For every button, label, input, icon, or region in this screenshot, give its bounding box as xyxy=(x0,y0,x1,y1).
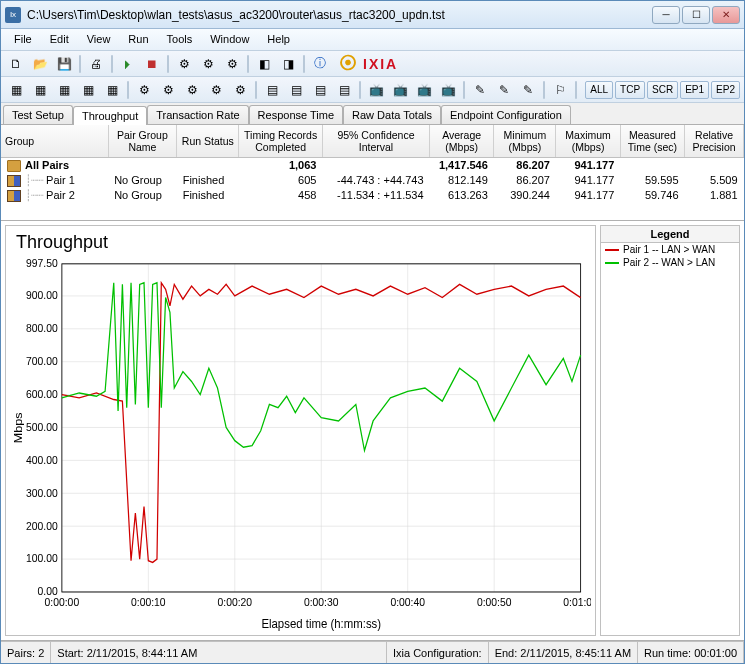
menu-view[interactable]: View xyxy=(78,29,120,50)
separator xyxy=(167,55,169,73)
filter-all-button[interactable]: ALL xyxy=(585,81,613,99)
app-icon: Ix xyxy=(5,7,21,23)
save-icon[interactable]: 💾 xyxy=(53,54,75,74)
tool-icon[interactable]: ✎ xyxy=(493,80,515,100)
tool-icon[interactable]: ▦ xyxy=(101,80,123,100)
menu-window[interactable]: Window xyxy=(201,29,258,50)
tool-icon[interactable]: 📺 xyxy=(389,80,411,100)
tool-icon[interactable]: ▤ xyxy=(261,80,283,100)
run-icon[interactable]: ⏵ xyxy=(117,54,139,74)
menu-run[interactable]: Run xyxy=(119,29,157,50)
separator xyxy=(543,81,545,99)
menu-edit[interactable]: Edit xyxy=(41,29,78,50)
col-relative-precision[interactable]: Relative Precision xyxy=(685,125,744,157)
svg-text:600.00: 600.00 xyxy=(26,388,58,401)
title-bar: Ix C:\Users\Tim\Desktop\wlan_tests\asus_… xyxy=(1,1,744,29)
folder-icon xyxy=(7,160,21,172)
tool-icon[interactable]: ⚙ xyxy=(157,80,179,100)
col-confidence[interactable]: 95% Confidence Interval xyxy=(322,125,429,157)
tool-icon[interactable]: ✎ xyxy=(469,80,491,100)
tab-raw-data-totals[interactable]: Raw Data Totals xyxy=(343,105,441,124)
info-icon[interactable]: ⓘ xyxy=(309,54,331,74)
new-icon[interactable]: 🗋 xyxy=(5,54,27,74)
tool-icon[interactable]: ▦ xyxy=(77,80,99,100)
col-run-status[interactable]: Run Status xyxy=(177,125,239,157)
filter-ep1-button[interactable]: EP1 xyxy=(680,81,709,99)
svg-text:0:01:00: 0:01:00 xyxy=(563,595,591,608)
col-pair-group[interactable]: Pair Group Name xyxy=(108,125,177,157)
svg-text:0:00:20: 0:00:20 xyxy=(218,595,253,608)
filter-ep2-button[interactable]: EP2 xyxy=(711,81,740,99)
tool-icon[interactable]: ⚙ xyxy=(229,80,251,100)
svg-text:0:00:10: 0:00:10 xyxy=(131,595,166,608)
legend-panel: Legend Pair 1 -- LAN > WAN Pair 2 -- WAN… xyxy=(600,225,740,636)
stop-icon[interactable]: ⏹ xyxy=(141,54,163,74)
status-runtime: Run time: 00:01:00 xyxy=(638,642,744,663)
tool-icon[interactable]: 📺 xyxy=(413,80,435,100)
tool-icon[interactable]: ⚙ xyxy=(133,80,155,100)
tool-icon[interactable]: ⚙ xyxy=(197,54,219,74)
toolbar-main: 🗋 📂 💾 🖨 ⏵ ⏹ ⚙ ⚙ ⚙ ◧ ◨ ⓘ ⦿IXIA xyxy=(1,51,744,77)
results-table: Group Pair Group Name Run Status Timing … xyxy=(1,125,744,203)
legend-item[interactable]: Pair 1 -- LAN > WAN xyxy=(601,243,739,256)
tool-icon[interactable]: ⚙ xyxy=(221,54,243,74)
tool-icon[interactable]: ▦ xyxy=(29,80,51,100)
svg-text:900.00: 900.00 xyxy=(26,289,58,302)
tab-test-setup[interactable]: Test Setup xyxy=(3,105,73,124)
tab-endpoint-config[interactable]: Endpoint Configuration xyxy=(441,105,571,124)
svg-text:500.00: 500.00 xyxy=(26,420,58,433)
status-bar: Pairs: 2 Start: 2/11/2015, 8:44:11 AM Ix… xyxy=(1,641,744,663)
tool-icon[interactable]: ▦ xyxy=(5,80,27,100)
tool-icon[interactable]: ⚙ xyxy=(205,80,227,100)
tool-icon[interactable]: 📺 xyxy=(365,80,387,100)
close-button[interactable]: ✕ xyxy=(712,6,740,24)
tab-response-time[interactable]: Response Time xyxy=(249,105,343,124)
tab-transaction-rate[interactable]: Transaction Rate xyxy=(147,105,248,124)
tool-icon[interactable]: ◧ xyxy=(253,54,275,74)
col-average[interactable]: Average (Mbps) xyxy=(430,125,494,157)
menu-help[interactable]: Help xyxy=(258,29,299,50)
open-icon[interactable]: 📂 xyxy=(29,54,51,74)
legend-item[interactable]: Pair 2 -- WAN > LAN xyxy=(601,256,739,269)
tool-icon[interactable]: ▦ xyxy=(53,80,75,100)
minimize-button[interactable]: ─ xyxy=(652,6,680,24)
chart-panel: Throughput 0.00100.00200.00300.00400.005… xyxy=(5,225,596,636)
status-end: End: 2/11/2015, 8:45:11 AM xyxy=(489,642,638,663)
menu-bar: File Edit View Run Tools Window Help xyxy=(1,29,744,51)
separator xyxy=(255,81,257,99)
separator xyxy=(247,55,249,73)
table-row[interactable]: ┊┈┈ Pair 2 No Group Finished 458 -11.534… xyxy=(1,188,744,203)
tab-throughput[interactable]: Throughput xyxy=(73,106,147,125)
filter-tcp-button[interactable]: TCP xyxy=(615,81,645,99)
menu-tools[interactable]: Tools xyxy=(158,29,202,50)
table-row[interactable]: ┊┈┈ Pair 1 No Group Finished 605 -44.743… xyxy=(1,173,744,188)
col-measured-time[interactable]: Measured Time (sec) xyxy=(620,125,684,157)
tool-icon[interactable]: ⚙ xyxy=(181,80,203,100)
tool-icon[interactable]: ▤ xyxy=(285,80,307,100)
tab-strip: Test Setup Throughput Transaction Rate R… xyxy=(1,103,744,125)
tool-icon[interactable]: ▤ xyxy=(309,80,331,100)
tool-icon[interactable]: ⚙ xyxy=(173,54,195,74)
svg-text:0:00:40: 0:00:40 xyxy=(390,595,425,608)
svg-text:300.00: 300.00 xyxy=(26,486,58,499)
maximize-button[interactable]: ☐ xyxy=(682,6,710,24)
legend-label: Pair 1 -- LAN > WAN xyxy=(623,244,715,255)
tool-icon[interactable]: ▤ xyxy=(333,80,355,100)
menu-file[interactable]: File xyxy=(5,29,41,50)
tool-icon[interactable]: 📺 xyxy=(437,80,459,100)
svg-text:Mbps: Mbps xyxy=(12,413,25,444)
tool-icon[interactable]: ◨ xyxy=(277,54,299,74)
svg-text:100.00: 100.00 xyxy=(26,552,58,565)
brand-logo: ⦿IXIA xyxy=(339,53,398,74)
col-timing[interactable]: Timing Records Completed xyxy=(239,125,323,157)
col-minimum[interactable]: Minimum (Mbps) xyxy=(494,125,556,157)
col-group[interactable]: Group xyxy=(1,125,108,157)
tool-icon[interactable]: ⚐ xyxy=(549,80,571,100)
chart-container: Throughput 0.00100.00200.00300.00400.005… xyxy=(1,221,744,641)
throughput-chart: 0.00100.00200.00300.00400.00500.00600.00… xyxy=(10,257,591,633)
table-row-summary[interactable]: All Pairs 1,063 1,417.546 86.207 941.177 xyxy=(1,157,744,173)
filter-scr-button[interactable]: SCR xyxy=(647,81,678,99)
tool-icon[interactable]: ✎ xyxy=(517,80,539,100)
col-maximum[interactable]: Maximum (Mbps) xyxy=(556,125,620,157)
print-icon[interactable]: 🖨 xyxy=(85,54,107,74)
